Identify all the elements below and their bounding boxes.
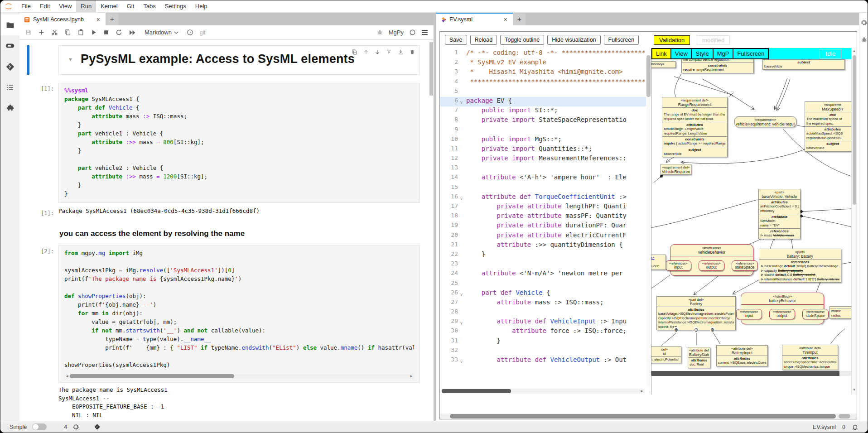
notification-count[interactable]: 0 [842,424,845,430]
panel-horizontal-scrollbar[interactable] [440,414,857,419]
menu-git[interactable]: Git [122,0,139,12]
diagram-box-transducer-partial[interactable]: ta»xducer" [651,255,666,270]
viz-style-button[interactable]: Style [691,48,714,59]
scrollbar-thumb[interactable] [70,374,234,378]
code-cell-1[interactable]: [1]: %%sysmlpackage SysMLAccess1 { part … [26,83,420,203]
sysml-diagram[interactable]: «actualEfficiency»the EV by simulating t… [651,59,851,371]
debugger-icon[interactable] [376,29,383,36]
diagram-chip-output[interactable]: «references»output [769,309,795,319]
close-tab-icon[interactable]: × [503,16,508,23]
diagram-box-battery-state[interactable]: «attribute def»BatteryStateattributessoc… [688,347,710,368]
stop-kernel-icon[interactable] [103,29,109,35]
toggle-outline-button[interactable]: Toggle outline [500,35,544,45]
viz-view-button[interactable]: View [670,48,692,59]
cell-type-dropdown[interactable]: Markdown [143,28,180,37]
code-cell-2[interactable]: [2]: from mgpy.mg import iMg sysmlAccess… [26,245,420,383]
running-sessions-icon[interactable] [0,35,19,56]
cell-horizontal-scrollbar[interactable]: ◄ ► [64,374,414,379]
save-button[interactable]: Save [445,35,467,45]
file-browser-icon[interactable] [0,14,19,35]
cut-icon[interactable] [51,29,58,36]
diagram-box-battery-input[interactable]: «attribute def»BatteryInputattributescur… [716,345,768,366]
insert-cell-above-icon[interactable] [386,49,392,55]
diagram-box-vehicle-requirement-usage[interactable]: «requirement»vehicleRequirement: Vehicle… [734,116,796,127]
delete-cell-icon[interactable] [410,49,415,55]
fullscreen-button[interactable]: Fullscreen [604,35,639,45]
fold-toggle-icon[interactable]: v [458,289,465,298]
diagram-box-battery-def[interactable]: «part def»BatteryattributesbaseVoltage:>… [656,296,736,330]
diagram-box-battery-usage[interactable]: «part»battery: Batteryreferences⊳ baseVo… [759,249,841,283]
sysml-code-editor[interactable]: 1/* -*- coding: utf-8 -*- **************… [440,48,651,395]
bell-icon[interactable] [852,423,858,431]
menu-tabs[interactable]: Tabs [139,0,160,12]
diagram-box-vehicle-behavior[interactable]: «#simBlock»vehicleBehavior«references»in… [670,244,753,276]
diagram-box-battery-output-partial[interactable]: def»utm::electricPotential [651,346,681,363]
diagram-chip-stateSpace[interactable]: «references»stateSpace [802,309,829,319]
diagram-box-tire-input[interactable]: «attribute def»TireInputattributesaccel:… [782,345,838,370]
simple-mode-toggle[interactable] [32,423,47,430]
close-tab-icon[interactable]: × [96,16,101,23]
diagram-box-range-requirement[interactable]: «requirement def»RangeRequirementdocThe … [662,97,728,157]
fold-toggle-icon[interactable]: v [458,97,465,106]
validation-button[interactable]: Validation [654,35,690,45]
code-lines[interactable]: 1/* -*- coding: utf-8 -*- **************… [440,49,646,387]
panel-menu-icon[interactable] [421,29,428,35]
diagram-box-battery-behavior[interactable]: «#simBlock»batteryBehavior«references»in… [741,293,824,324]
copy-icon[interactable] [64,29,71,36]
notebook-scroll-area[interactable]: ▼ PySysML example: Access to SysML eleme… [19,40,434,421]
duplicate-cell-icon[interactable] [352,49,357,55]
restart-kernel-icon[interactable] [116,29,122,36]
diagram-box-base-vehicle[interactable]: «part»baseVehicle: VehicleattributesairF… [758,189,800,239]
insert-cell-below-icon[interactable] [398,49,404,55]
menu-view[interactable]: View [54,0,76,12]
menu-edit[interactable]: Edit [35,0,54,12]
debugger-sidebar-icon[interactable] [861,36,868,43]
viz-mgp-button[interactable]: MgP [713,48,734,59]
diagram-box-tire-partial[interactable]: momeradius [829,306,851,319]
fold-toggle-icon[interactable]: v [458,193,465,202]
fold-toggle-icon[interactable]: v [458,318,465,327]
reload-button[interactable]: Reload [470,35,497,45]
scrollbar-thumb[interactable] [429,42,433,96]
menu-settings[interactable]: Settings [160,0,191,12]
clock-icon[interactable] [187,29,193,36]
menu-help[interactable]: Help [191,0,212,12]
diagram-vertical-scrollbar[interactable]: ▲ ▼ [851,48,857,395]
git-status-icon[interactable] [94,423,101,430]
run-cell-icon[interactable] [91,29,97,36]
restart-run-all-icon[interactable] [129,29,136,36]
diagram-box-regulation-requirement[interactable]: the EV by simulating the vehicle driving… [681,59,754,73]
kernel-count[interactable]: 4 [64,424,67,430]
tab-notebook[interactable]: SysMLAccess.ipynb × [19,13,106,25]
kernel-name[interactable]: MgPy [389,29,404,36]
move-cell-down-icon[interactable] [375,49,380,55]
extensions-icon[interactable] [0,98,19,119]
markdown-title-cell[interactable]: ▼ PySysML example: Access to SysML eleme… [26,45,420,75]
diagram-box-max-speed-requirement[interactable]: «requiremeMaxSpeedRdocThe maximum speed … [805,101,851,152]
new-tab-button[interactable]: + [513,13,526,25]
new-tab-button[interactable]: + [106,13,118,25]
diagram-chip-input[interactable]: «references»input [736,309,762,319]
current-file-label[interactable]: EV.sysml [813,424,836,430]
diagram-chip-stateSpace[interactable]: «references»stateSpace [732,260,758,271]
table-of-contents-icon[interactable] [0,77,19,98]
kernel-status-icon[interactable] [409,29,416,36]
editor-horizontal-scrollbar[interactable]: ► [441,389,645,394]
paste-icon[interactable] [77,29,84,36]
kernel-chip-icon[interactable] [72,423,79,430]
hide-visualization-button[interactable]: Hide visualization [547,35,600,45]
tab-ev-sysml[interactable]: EV.sysml × [436,13,513,25]
menu-file[interactable]: File [17,0,35,12]
diagram-box-vehicle-requirement-def[interactable]: «requirement def»VehicleRequirement [661,164,691,175]
menu-kernel[interactable]: Kernel [96,0,122,12]
property-inspector-icon[interactable] [860,19,868,26]
code-editor-cell-1[interactable]: %%sysmlpackage SysMLAccess1 { part def V… [58,83,420,203]
diagram-box-actual-efficiency[interactable]: «actualEfficiency» [651,61,676,68]
move-cell-up-icon[interactable] [363,49,369,55]
diagram-horizontal-scrollbar[interactable] [651,371,851,376]
code-editor-cell-2[interactable]: from mgpy.mg import iMg sysmlAccess1Pkg … [64,250,414,370]
cell-collapser-icon[interactable]: ▼ [68,57,73,62]
diagram-box-simulated-range[interactable]: ⊳ actualRange = simulatedRange RangeRequ… [762,59,845,70]
diagram-chip-input[interactable]: «references»input [665,260,691,271]
add-cell-icon[interactable] [38,29,45,36]
